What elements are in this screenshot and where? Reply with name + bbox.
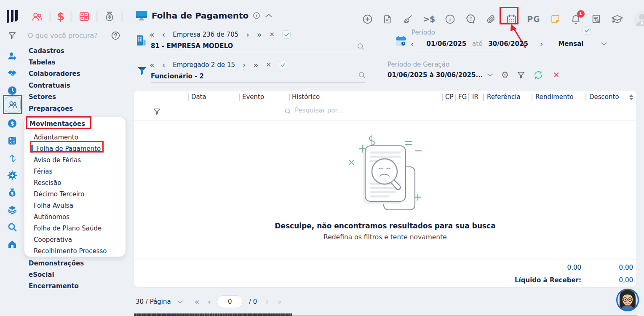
last-page-icon[interactable]: » bbox=[277, 297, 282, 306]
broom-icon[interactable] bbox=[402, 14, 413, 24]
first-page-icon[interactable]: « bbox=[195, 297, 200, 306]
page-size-chevron-icon[interactable] bbox=[177, 300, 184, 304]
page-size-select[interactable]: 30 / Página bbox=[136, 298, 171, 305]
submenu-item-autonomos[interactable]: Autônomos bbox=[24, 211, 126, 222]
money-transfer-icon[interactable]: >$ bbox=[423, 14, 435, 24]
sidebar-item-tabelas[interactable]: Tabelas bbox=[24, 56, 130, 68]
company-next-icon[interactable]: › bbox=[246, 31, 249, 39]
company-name[interactable]: 81 - EMPRESA MODELO bbox=[151, 42, 233, 50]
sidebar-item-contratuais[interactable]: Contratuais bbox=[24, 80, 130, 91]
column-header-ir[interactable]: IR bbox=[472, 93, 478, 101]
sidebar-item-esocial[interactable]: eSocial bbox=[24, 269, 130, 280]
column-header-cp[interactable]: CP bbox=[445, 93, 454, 101]
people-quick-icon[interactable] bbox=[31, 11, 43, 22]
layers-icon[interactable] bbox=[7, 205, 17, 215]
user-settings-icon[interactable] bbox=[7, 51, 17, 61]
generation-refresh-icon[interactable] bbox=[533, 70, 543, 80]
user-avatar[interactable] bbox=[633, 10, 644, 28]
sidebar-search-input[interactable] bbox=[28, 32, 110, 40]
handshake-icon[interactable] bbox=[7, 68, 17, 78]
help-icon[interactable] bbox=[111, 31, 120, 40]
company-prev-icon[interactable]: ‹ bbox=[162, 31, 166, 39]
pg-button[interactable]: PG bbox=[527, 14, 540, 24]
employee-search-icon[interactable] bbox=[358, 71, 366, 79]
info-circle-icon[interactable] bbox=[445, 14, 455, 24]
employee-first-icon[interactable]: « bbox=[150, 61, 155, 69]
company-checkbox[interactable] bbox=[282, 30, 291, 39]
gear-plus-icon[interactable] bbox=[7, 170, 17, 180]
dollar-coin-icon[interactable]: $ bbox=[7, 118, 17, 129]
column-header-historico[interactable]: Histórico bbox=[292, 93, 320, 101]
column-header-desconto[interactable]: Desconto bbox=[589, 93, 619, 101]
submenu-item-folha-de-pagamento[interactable]: Folha de Pagamento bbox=[24, 143, 126, 154]
table-filter-funnel-icon[interactable] bbox=[152, 107, 161, 116]
column-header-data[interactable]: Data bbox=[191, 93, 206, 101]
clock-icon[interactable] bbox=[7, 86, 17, 96]
period-mode-select[interactable]: Mensal bbox=[558, 40, 583, 48]
submenu-item-folha-avulsa[interactable]: Folha Avulsa bbox=[24, 200, 126, 211]
column-header-evento[interactable]: Evento bbox=[242, 93, 264, 101]
filter-funnel-icon[interactable] bbox=[8, 31, 17, 40]
period-prev-icon[interactable]: ‹ bbox=[411, 40, 414, 48]
employee-checkbox[interactable] bbox=[279, 61, 287, 69]
sidebar-item-movimentacoes[interactable]: Movimentações bbox=[24, 118, 126, 130]
sort-icon[interactable] bbox=[629, 94, 633, 100]
company-first-icon[interactable]: « bbox=[150, 31, 155, 39]
calculator-quick-icon[interactable] bbox=[78, 11, 90, 22]
dollar-quick-icon[interactable]: $ bbox=[57, 11, 64, 22]
company-last-icon[interactable]: » bbox=[257, 31, 262, 39]
sidebar-item-encerramento[interactable]: Encerramento bbox=[24, 281, 130, 292]
submenu-item-recolhimento-processo[interactable]: Recolhimento Processo bbox=[24, 245, 126, 257]
employee-name[interactable]: Funcionário - 2 bbox=[151, 72, 204, 80]
next-page-icon[interactable]: › bbox=[265, 297, 269, 306]
sidebar-item-demonstracoes[interactable]: Demonstrações bbox=[24, 257, 130, 269]
submenu-item-folha-plano-saude[interactable]: Folha de Plano Saúde bbox=[24, 222, 126, 234]
document-search-icon[interactable] bbox=[591, 13, 601, 24]
sidebar-item-setores[interactable]: Setores bbox=[24, 91, 130, 103]
column-header-referencia[interactable]: Referência bbox=[487, 93, 521, 101]
page-number-input[interactable] bbox=[217, 295, 243, 308]
period-next-icon[interactable]: › bbox=[540, 40, 543, 48]
employee-last-icon[interactable]: » bbox=[254, 61, 259, 69]
attachment-icon[interactable] bbox=[486, 14, 496, 24]
money-bag-icon[interactable]: $ bbox=[7, 187, 17, 198]
submenu-item-aviso-de-ferias[interactable]: Aviso de Férias bbox=[24, 154, 126, 166]
column-header-fg[interactable]: FG bbox=[458, 93, 467, 101]
submenu-item-cooperativa[interactable]: Cooperativa bbox=[24, 234, 126, 245]
graduation-cap-icon[interactable] bbox=[611, 13, 623, 24]
company-clear-icon[interactable]: ✕ bbox=[269, 31, 275, 38]
submenu-item-adiantamento[interactable]: Adiantamento bbox=[24, 131, 126, 143]
trend-percent-icon[interactable] bbox=[7, 153, 17, 163]
calendar-icon[interactable] bbox=[506, 13, 517, 25]
collaborators-rail-button[interactable] bbox=[5, 96, 21, 112]
employee-prev-icon[interactable]: ‹ bbox=[162, 61, 166, 69]
submenu-item-rescisao[interactable]: Rescisão bbox=[24, 177, 126, 188]
period-mode-chevron-icon[interactable] bbox=[600, 41, 608, 46]
generation-filter-icon[interactable] bbox=[516, 70, 526, 80]
submenu-item-ferias[interactable]: Férias bbox=[24, 166, 126, 177]
note-icon[interactable] bbox=[550, 14, 561, 24]
employee-clear-icon[interactable]: ✕ bbox=[266, 61, 271, 69]
sidebar-item-preparacoes[interactable]: Preparações bbox=[24, 103, 130, 114]
sidebar-item-cadastros[interactable]: Cadastros bbox=[24, 45, 130, 56]
home-icon[interactable] bbox=[7, 239, 17, 249]
generation-settings-icon[interactable]: ⚙ bbox=[501, 71, 509, 80]
info-icon[interactable] bbox=[253, 12, 260, 19]
period-checkbox[interactable] bbox=[583, 26, 591, 35]
assistant-avatar[interactable] bbox=[616, 289, 639, 311]
app-logo[interactable] bbox=[6, 9, 21, 25]
generation-value[interactable]: 01/06/2025 à 30/06/2025... bbox=[387, 71, 483, 79]
head-checklist-icon[interactable] bbox=[465, 13, 476, 24]
prev-page-icon[interactable]: ‹ bbox=[208, 297, 211, 306]
submenu-item-decimo-terceiro[interactable]: Décimo Terceiro bbox=[24, 188, 126, 200]
period-end-date[interactable]: 30/06/2025 bbox=[488, 40, 528, 48]
employee-next-icon[interactable]: › bbox=[243, 61, 246, 69]
generation-chevron-icon[interactable] bbox=[486, 72, 494, 78]
document-icon[interactable] bbox=[382, 14, 393, 24]
notifications-bell-icon[interactable]: 1 bbox=[570, 13, 581, 25]
company-search-icon[interactable] bbox=[356, 42, 365, 51]
period-start-date[interactable]: 01/06/2025 bbox=[427, 40, 466, 48]
table-search-input[interactable] bbox=[295, 107, 379, 114]
column-header-rendimento[interactable]: Rendimento bbox=[535, 93, 574, 101]
money-bag-quick-icon[interactable] bbox=[104, 11, 115, 22]
